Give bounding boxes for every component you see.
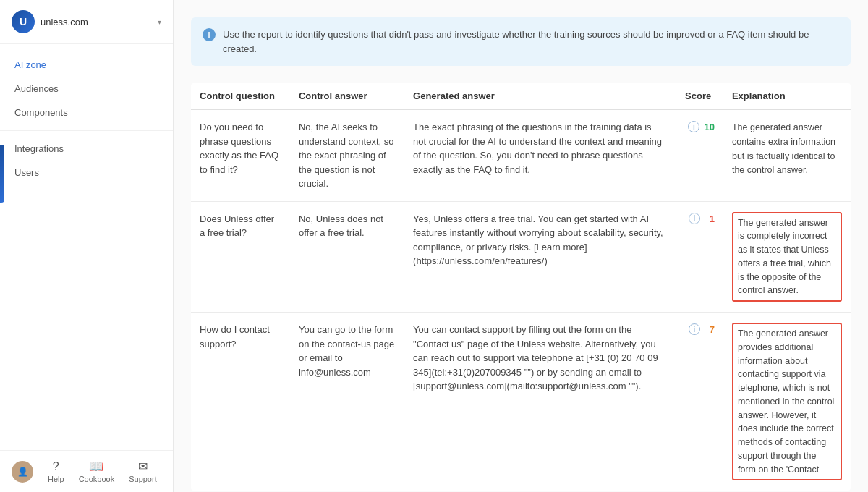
cell-score: i 7: [673, 313, 723, 491]
info-icon: i: [203, 28, 216, 41]
sidebar-item-components[interactable]: Components: [0, 101, 173, 124]
sidebar-accent: [0, 145, 4, 203]
help-icon: ?: [53, 460, 59, 473]
cell-control-answer: No, Unless does not offer a free trial.: [290, 201, 404, 313]
cookbook-icon: 📖: [89, 459, 103, 473]
cell-control-question: How do I contact support?: [191, 313, 290, 491]
main-scroll-area: i Use the report to identify questions t…: [174, 0, 868, 492]
cell-control-question: Do you need to phrase questions exactly …: [191, 109, 290, 201]
col-header-explanation: Explanation: [723, 83, 851, 109]
explanation-text: The generated answer is completely incor…: [732, 212, 842, 302]
support-button[interactable]: ✉ Support: [129, 459, 157, 483]
score-value: 10: [704, 120, 714, 135]
cell-control-answer: No, the AI seeks to understand context, …: [290, 109, 404, 201]
cell-explanation: The generated answer is completely incor…: [723, 201, 851, 313]
col-header-control-question: Control question: [191, 83, 290, 109]
cell-explanation: The generated answer provides additional…: [723, 313, 851, 491]
results-table: Control question Control answer Generate…: [191, 83, 851, 491]
sidebar: U unless.com ▾ AI zone Audiences Compone…: [0, 0, 174, 492]
sidebar-item-ai-zone[interactable]: AI zone: [0, 53, 173, 77]
help-button[interactable]: ? Help: [48, 460, 64, 483]
sidebar-divider: [0, 130, 173, 131]
sidebar-nav: AI zone Audiences Components Integration…: [0, 44, 173, 450]
cookbook-button[interactable]: 📖 Cookbook: [79, 459, 115, 483]
table-row: How do I contact support?You can go to t…: [191, 313, 851, 491]
sidebar-item-audiences[interactable]: Audiences: [0, 77, 173, 101]
logo-text: U: [20, 16, 27, 27]
avatar[interactable]: 👤: [12, 461, 33, 483]
explanation-text: The generated answer contains extra info…: [732, 122, 835, 175]
info-banner: i Use the report to identify questions t…: [191, 17, 851, 66]
score-info-icon[interactable]: i: [688, 121, 699, 132]
table-row: Do you need to phrase questions exactly …: [191, 109, 851, 201]
sidebar-item-users[interactable]: Users: [0, 161, 173, 184]
table-row: Does Unless offer a free trial?No, Unles…: [191, 201, 851, 313]
cell-control-answer: You can go to the form on the contact-us…: [290, 313, 404, 491]
sidebar-footer: 👤 ? Help 📖 Cookbook ✉ Support: [0, 450, 173, 492]
sidebar-item-integrations[interactable]: Integrations: [0, 137, 173, 161]
chevron-down-icon: ▾: [158, 18, 161, 26]
col-header-generated-answer: Generated answer: [404, 83, 673, 109]
info-banner-text: Use the report to identify questions tha…: [223, 27, 839, 56]
score-info-icon[interactable]: i: [689, 323, 700, 335]
cell-explanation: The generated answer contains extra info…: [723, 109, 851, 201]
main-content-area: i Use the report to identify questions t…: [174, 0, 868, 492]
cell-generated-answer: The exact phrasing of the questions in t…: [404, 109, 673, 201]
cell-score: i 1: [673, 201, 723, 313]
sidebar-org-name: unless.com: [41, 17, 152, 27]
col-header-score: Score: [673, 83, 723, 109]
cell-control-question: Does Unless offer a free trial?: [191, 201, 290, 313]
score-value: 7: [705, 323, 715, 337]
sidebar-logo: U: [12, 10, 35, 33]
col-header-control-answer: Control answer: [290, 83, 404, 109]
score-value: 1: [705, 212, 715, 226]
results-table-container: Control question Control answer Generate…: [191, 83, 851, 491]
sidebar-header[interactable]: U unless.com ▾: [0, 0, 173, 44]
table-header-row: Control question Control answer Generate…: [191, 83, 851, 109]
cell-generated-answer: You can contact support by filling out t…: [404, 313, 673, 491]
explanation-text: The generated answer provides additional…: [732, 323, 842, 480]
cell-score: i 10: [673, 109, 723, 201]
support-icon: ✉: [138, 459, 148, 473]
cell-generated-answer: Yes, Unless offers a free trial. You can…: [404, 201, 673, 313]
score-info-icon[interactable]: i: [689, 213, 700, 224]
